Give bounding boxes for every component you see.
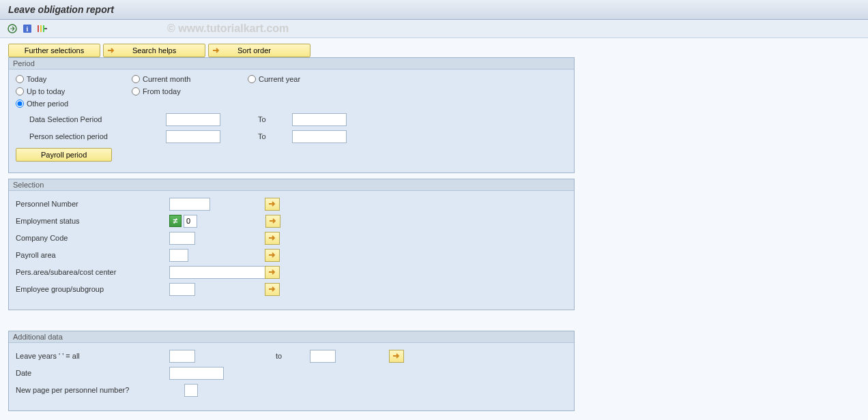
company-code-input[interactable] xyxy=(169,232,195,245)
field-label: Leave years ' ' = all xyxy=(16,352,169,360)
data-selection-row: Data Selection Period To xyxy=(16,112,567,127)
button-label: Further selections xyxy=(25,46,84,55)
date-row: Date xyxy=(16,365,567,380)
payroll-area-input[interactable] xyxy=(169,249,188,262)
leave-years-from-input[interactable] xyxy=(169,350,195,363)
radio-up-to-today[interactable]: Up to today xyxy=(16,87,132,95)
multiple-selection-button[interactable] xyxy=(265,266,280,279)
employment-status-input[interactable] xyxy=(184,215,197,228)
field-label: Payroll area xyxy=(16,251,169,259)
to-label: to xyxy=(276,352,310,360)
further-selections-button[interactable]: Further selections xyxy=(8,44,100,57)
svg-rect-5 xyxy=(43,25,44,32)
pers-area-input[interactable] xyxy=(169,266,278,279)
leave-years-row: Leave years ' ' = all to xyxy=(16,348,567,363)
radio-current-year[interactable]: Current year xyxy=(248,75,364,83)
radio-current-month-input[interactable] xyxy=(132,75,140,83)
field-label: Data Selection Period xyxy=(29,115,166,123)
search-helps-button[interactable]: Search helps xyxy=(103,44,205,57)
svg-rect-3 xyxy=(38,25,39,32)
person-selection-row: Person selection period To xyxy=(16,129,567,144)
additional-data-group: Additional data Leave years ' ' = all to… xyxy=(8,331,575,411)
radio-label: Current month xyxy=(143,75,190,83)
svg-rect-6 xyxy=(44,28,47,29)
multiple-selection-button[interactable] xyxy=(265,232,280,245)
multiple-selection-button[interactable] xyxy=(389,350,404,363)
page-title: Leave obligation report xyxy=(8,4,860,15)
field-label: Employment status xyxy=(16,217,169,225)
employee-group-row: Employee group/subgroup xyxy=(16,282,567,297)
data-selection-from-input[interactable] xyxy=(166,113,220,126)
top-button-row: Further selections Search helps Sort ord… xyxy=(8,44,860,57)
arrow-right-icon xyxy=(106,46,116,55)
radio-label: Today xyxy=(27,75,46,83)
field-label: Person selection period xyxy=(29,132,166,140)
radio-from-today[interactable]: From today xyxy=(132,87,248,95)
to-label: To xyxy=(258,115,292,123)
radio-current-month[interactable]: Current month xyxy=(132,75,248,83)
selection-group: Selection Personnel Number Employment st… xyxy=(8,179,575,310)
additional-legend: Additional data xyxy=(9,331,574,343)
content-area: Further selections Search helps Sort ord… xyxy=(0,38,868,420)
radio-label: From today xyxy=(143,87,181,95)
multiple-selection-button[interactable] xyxy=(265,249,280,262)
button-label: Sort order xyxy=(237,46,271,55)
leave-years-to-input[interactable] xyxy=(310,350,336,363)
radio-label: Other period xyxy=(27,100,68,108)
radio-from-today-input[interactable] xyxy=(132,87,140,95)
svg-text:i: i xyxy=(27,25,29,33)
button-label: Payroll period xyxy=(41,151,87,159)
payroll-period-button[interactable]: Payroll period xyxy=(16,148,112,162)
employment-status-row: Employment status ≠ xyxy=(16,213,567,228)
toolbar: i © www.tutorialkart.com xyxy=(0,20,868,38)
field-label: Employee group/subgroup xyxy=(16,285,169,293)
multiple-selection-button[interactable] xyxy=(265,215,280,228)
to-label: To xyxy=(258,132,292,140)
not-equal-icon[interactable]: ≠ xyxy=(169,215,182,227)
employee-group-input[interactable] xyxy=(169,283,195,296)
radio-label: Up to today xyxy=(27,87,65,95)
company-code-row: Company Code xyxy=(16,230,567,245)
pers-area-row: Pers.area/subarea/cost center xyxy=(16,265,567,280)
title-bar: Leave obligation report xyxy=(0,0,868,20)
arrow-right-icon xyxy=(212,46,221,55)
personnel-number-row: Personnel Number xyxy=(16,196,567,211)
radio-up-to-today-input[interactable] xyxy=(16,87,24,95)
radio-other-period[interactable]: Other period xyxy=(16,100,132,108)
selection-legend: Selection xyxy=(9,179,574,191)
watermark: © www.tutorialkart.com xyxy=(167,22,289,35)
execute-icon[interactable] xyxy=(7,23,18,34)
field-label: New page per personnel number? xyxy=(16,386,184,394)
field-label: Date xyxy=(16,369,169,377)
button-label: Search helps xyxy=(132,46,176,55)
field-label: Pers.area/subarea/cost center xyxy=(16,268,169,276)
date-input[interactable] xyxy=(169,367,224,380)
field-label: Company Code xyxy=(16,234,169,242)
new-page-row: New page per personnel number? xyxy=(16,382,567,397)
variant-icon[interactable] xyxy=(37,23,48,34)
person-selection-from-input[interactable] xyxy=(166,130,220,143)
svg-rect-4 xyxy=(40,25,42,32)
person-selection-to-input[interactable] xyxy=(292,130,347,143)
radio-today[interactable]: Today xyxy=(16,75,132,83)
multiple-selection-button[interactable] xyxy=(265,198,280,211)
radio-other-period-input[interactable] xyxy=(16,100,24,108)
multiple-selection-button[interactable] xyxy=(265,283,280,296)
radio-label: Current year xyxy=(259,75,300,83)
period-group: Period Today Current month Current year … xyxy=(8,57,575,173)
period-legend: Period xyxy=(9,58,574,70)
field-label: Personnel Number xyxy=(16,200,169,208)
period-radio-grid: Today Current month Current year Up to t… xyxy=(16,75,567,108)
data-selection-to-input[interactable] xyxy=(292,113,347,126)
personnel-number-input[interactable] xyxy=(169,198,210,211)
radio-current-year-input[interactable] xyxy=(248,75,256,83)
new-page-input[interactable] xyxy=(184,384,198,397)
payroll-area-row: Payroll area xyxy=(16,247,567,262)
info-icon[interactable]: i xyxy=(22,23,33,34)
sort-order-button[interactable]: Sort order xyxy=(208,44,310,57)
radio-today-input[interactable] xyxy=(16,75,24,83)
